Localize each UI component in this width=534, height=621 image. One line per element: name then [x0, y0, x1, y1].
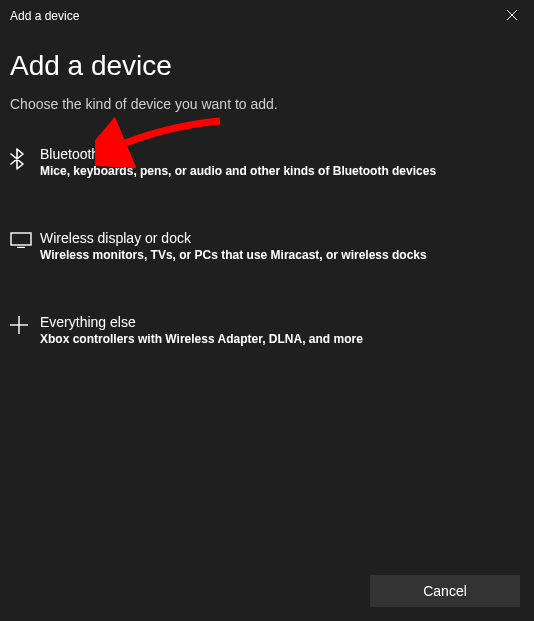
- bluetooth-icon: [10, 148, 24, 174]
- monitor-icon: [10, 232, 32, 252]
- close-icon: [507, 9, 517, 23]
- svg-rect-2: [11, 233, 31, 245]
- cancel-button[interactable]: Cancel: [370, 575, 520, 607]
- option-wireless-display[interactable]: Wireless display or dock Wireless monito…: [10, 218, 524, 274]
- option-title: Everything else: [40, 314, 524, 330]
- option-desc: Mice, keyboards, pens, or audio and othe…: [40, 164, 524, 178]
- option-title: Wireless display or dock: [40, 230, 524, 246]
- option-bluetooth[interactable]: Bluetooth Mice, keyboards, pens, or audi…: [10, 134, 524, 190]
- option-desc: Wireless monitors, TVs, or PCs that use …: [40, 248, 524, 262]
- content: Add a device Choose the kind of device y…: [0, 32, 534, 358]
- page-title: Add a device: [10, 50, 524, 82]
- option-everything-else[interactable]: Everything else Xbox controllers with Wi…: [10, 302, 524, 358]
- option-desc: Xbox controllers with Wireless Adapter, …: [40, 332, 524, 346]
- footer: Cancel: [370, 575, 520, 607]
- option-title: Bluetooth: [40, 146, 524, 162]
- plus-icon: [10, 316, 28, 338]
- close-button[interactable]: [489, 0, 534, 32]
- page-subtitle: Choose the kind of device you want to ad…: [10, 96, 524, 112]
- titlebar-title: Add a device: [10, 9, 79, 23]
- titlebar: Add a device: [0, 0, 534, 32]
